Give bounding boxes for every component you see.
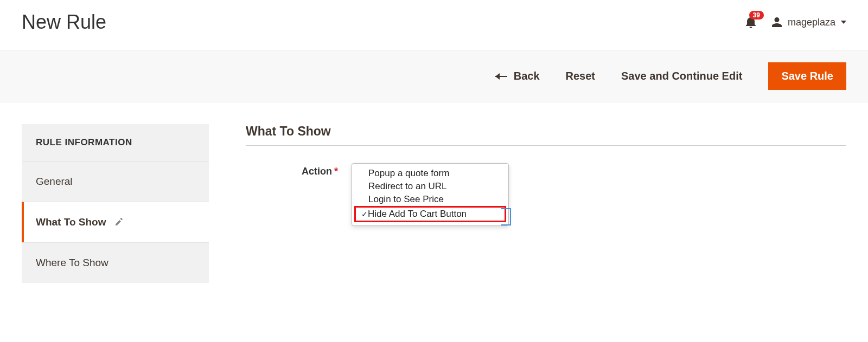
action-label-text: Action — [302, 166, 332, 177]
reset-button[interactable]: Reset — [566, 70, 595, 82]
sidebar-item-label: Where To Show — [36, 257, 108, 269]
section-title: What To Show — [246, 124, 846, 145]
page-title: New Rule — [22, 11, 106, 34]
main-content: What To Show Action* Popup a quote form … — [246, 124, 846, 177]
reset-label: Reset — [566, 70, 595, 82]
arrow-left-icon — [495, 76, 507, 77]
sidebar-item-label: General — [36, 176, 73, 188]
account-name: mageplaza — [788, 17, 835, 28]
back-label: Back — [514, 70, 540, 82]
account-menu[interactable]: mageplaza — [771, 17, 846, 28]
body: RULE INFORMATION General What To Show Wh… — [0, 102, 868, 305]
action-bar: Back Reset Save and Continue Edit Save R… — [0, 50, 868, 102]
action-option-popup[interactable]: Popup a quote form — [352, 167, 508, 180]
header-right: 39 mageplaza — [745, 16, 846, 28]
notification-count-badge: 39 — [749, 11, 764, 20]
action-option-redirect[interactable]: Redirect to an URL — [352, 180, 508, 193]
sidebar-item-where-to-show[interactable]: Where To Show — [22, 242, 209, 283]
action-field-label: Action* — [246, 164, 338, 177]
notifications-button[interactable]: 39 — [745, 16, 756, 28]
sidebar-title: RULE INFORMATION — [22, 124, 209, 161]
action-option-login[interactable]: Login to See Price — [352, 193, 508, 206]
user-icon — [771, 17, 782, 28]
section-divider — [246, 145, 846, 146]
save-continue-label: Save and Continue Edit — [621, 70, 742, 82]
pencil-icon — [114, 218, 123, 227]
save-continue-button[interactable]: Save and Continue Edit — [621, 70, 742, 82]
sidebar: RULE INFORMATION General What To Show Wh… — [22, 124, 209, 283]
action-option-hide-cart[interactable]: Hide Add To Cart Button — [354, 206, 506, 222]
sidebar-item-what-to-show[interactable]: What To Show — [22, 202, 209, 242]
chevron-down-icon — [841, 21, 846, 24]
sidebar-item-general[interactable]: General — [22, 161, 209, 202]
sidebar-item-label: What To Show — [36, 216, 106, 228]
back-button[interactable]: Back — [495, 70, 540, 82]
page-header: New Rule 39 mageplaza — [0, 0, 868, 50]
save-rule-button[interactable]: Save Rule — [768, 62, 846, 90]
action-select-dropdown[interactable]: Popup a quote form Redirect to an URL Lo… — [352, 163, 509, 226]
required-star-icon: * — [334, 166, 338, 177]
action-field-row: Action* Popup a quote form Redirect to a… — [246, 164, 846, 177]
